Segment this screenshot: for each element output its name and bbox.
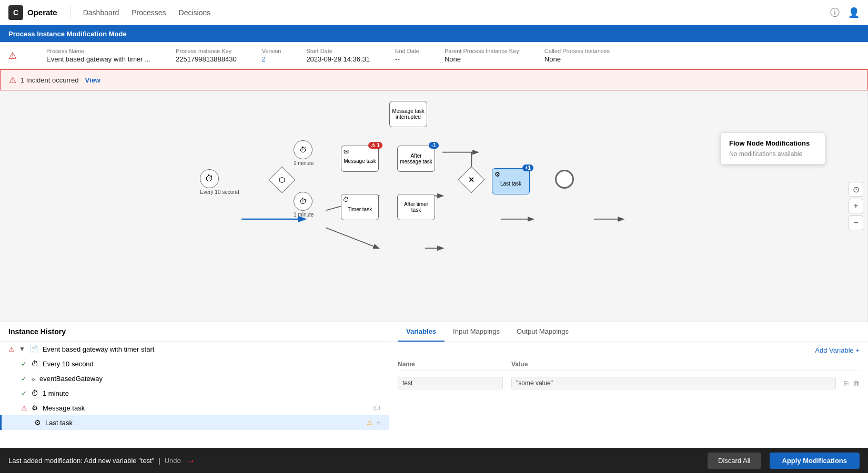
- msg-interrupted-task[interactable]: Message task interrupted: [389, 101, 427, 127]
- app-logo: C Operate: [8, 5, 57, 20]
- after-timer-task[interactable]: After timer task: [397, 194, 435, 220]
- zoom-out-button[interactable]: −: [849, 215, 863, 230]
- history-check-icon-every10: ✓: [21, 360, 27, 368]
- col-header-name: Name: [398, 361, 503, 368]
- history-lasttask-warning-icon: ⚠: [367, 418, 373, 427]
- history-error-icon-msgtask: ⚠: [21, 404, 27, 412]
- history-item-msgtask[interactable]: ⚠ ⚙ Message task 🏷: [0, 400, 389, 415]
- history-check-icon-gateway: ✓: [21, 375, 27, 383]
- variable-name-test: test: [398, 377, 503, 389]
- process-name-label: Process Name: [46, 48, 150, 54]
- user-icon[interactable]: 👤: [848, 7, 860, 18]
- x-gateway[interactable]: ✕: [462, 170, 481, 189]
- history-gateway-icon: ⬦: [31, 374, 35, 383]
- undo-button[interactable]: Undo: [165, 457, 181, 465]
- after-message-task[interactable]: After message task -1: [397, 146, 435, 172]
- bottom-bar-separator: |: [158, 457, 160, 465]
- instance-history-title: Instance History: [0, 322, 389, 342]
- process-parent-value: None: [445, 55, 519, 63]
- zoom-fit-button[interactable]: ⊙: [849, 182, 863, 197]
- timer-1min-upper-label: 1 minute: [294, 160, 314, 166]
- add-variable-button[interactable]: Add Variable +: [815, 346, 860, 354]
- variable-value-test: "some value": [511, 377, 836, 389]
- history-1min-label: 1 minute: [43, 389, 69, 397]
- history-item-root[interactable]: ⚠ ▼ 📄 Event based gateway with timer sta…: [0, 342, 389, 356]
- every10-label: Every 10 second: [200, 189, 239, 195]
- flow-popup-subtitle: No modifications available: [729, 150, 816, 158]
- process-end-value: --: [395, 55, 419, 63]
- last-task-label: Last task: [500, 181, 521, 187]
- nav-link-processes[interactable]: Processes: [132, 8, 166, 17]
- process-end-group: End Date --: [395, 48, 419, 63]
- incident-text: 1 Incident occurred: [21, 76, 79, 84]
- history-item-gateway[interactable]: ✓ ⬦ eventBasedGateway: [0, 371, 389, 386]
- process-parent-group: Parent Process Instance Key None: [445, 48, 519, 63]
- history-item-lasttask[interactable]: ⚙ Last task ⚠ +: [0, 415, 389, 430]
- history-expand-icon[interactable]: ▼: [19, 345, 25, 353]
- timer-task[interactable]: ⏱ Timer task: [341, 194, 379, 220]
- process-key-label: Process Instance Key: [176, 48, 237, 54]
- tab-variables[interactable]: Variables: [398, 322, 445, 342]
- event-gateway[interactable]: ⬡: [272, 170, 291, 189]
- variables-table: Name Value test "some value" ⎘ 🗑: [389, 358, 868, 448]
- modification-text: Last added modification: Add new variabl…: [8, 457, 154, 465]
- history-check-icon-1min: ✓: [21, 389, 27, 397]
- history-item-1min[interactable]: ✓ ⏱ 1 minute: [0, 386, 389, 400]
- history-item-every10[interactable]: ✓ ⏱ Every 10 second: [0, 356, 389, 371]
- variables-tabs: Variables Input Mappings Output Mappings: [389, 322, 868, 342]
- msg-interrupted-label: Message task interrupted: [392, 108, 425, 120]
- timer-1min-upper[interactable]: ⏱ 1 minute: [294, 140, 314, 166]
- history-folder-icon: 📄: [29, 345, 38, 353]
- history-msgtask-tag-icon[interactable]: 🏷: [373, 404, 380, 412]
- incident-view-link[interactable]: View: [85, 76, 100, 84]
- variables-header: Add Variable +: [389, 342, 868, 358]
- history-every10-label: Every 10 second: [43, 360, 94, 368]
- history-lasttask-add-icon[interactable]: +: [376, 418, 380, 427]
- variables-panel: Variables Input Mappings Output Mappings…: [389, 322, 868, 448]
- history-msgtask-actions: 🏷: [373, 404, 380, 412]
- discard-all-button[interactable]: Discard All: [708, 453, 761, 469]
- timer-1min-lower[interactable]: ⏱ 1 minute: [294, 192, 314, 218]
- apply-modifications-button[interactable]: Apply Modifications: [770, 453, 860, 469]
- process-info-bar: ⚠ Process Name Event based gateway with …: [0, 42, 868, 69]
- process-start-label: Start Date: [306, 48, 370, 54]
- bpmn-canvas[interactable]: ⏱ Every 10 second ⬡ ⏱ 1 minute ✉ Message…: [0, 90, 868, 322]
- tab-input-mappings[interactable]: Input Mappings: [445, 322, 508, 342]
- copy-variable-icon[interactable]: ⎘: [844, 379, 849, 387]
- tab-output-mappings[interactable]: Output Mappings: [508, 322, 577, 342]
- message-task-badge-red: ⚠ 1: [368, 142, 382, 149]
- bottom-area: Instance History ⚠ ▼ 📄 Event based gatew…: [0, 322, 868, 448]
- history-gateway-label: eventBasedGateway: [39, 375, 103, 383]
- process-called-label: Called Process Instances: [544, 48, 610, 54]
- last-task-badge: +1: [522, 164, 533, 171]
- variable-actions-test: ⎘ 🗑: [844, 379, 860, 387]
- nav-divider: [70, 6, 70, 19]
- after-timer-label: After timer task: [400, 201, 432, 213]
- nav-link-decisions[interactable]: Decisions: [179, 8, 211, 17]
- process-start-value: 2023-09-29 14:36:31: [306, 55, 370, 63]
- variables-column-headers: Name Value: [398, 358, 860, 371]
- nav-link-dashboard[interactable]: Dashboard: [83, 8, 119, 17]
- process-parent-label: Parent Process Instance Key: [445, 48, 519, 54]
- modification-mode-label: Process Instance Modification Mode: [8, 30, 127, 38]
- history-lasttask-label: Last task: [45, 419, 73, 427]
- last-task-node[interactable]: ⚙ Last task +1: [492, 168, 530, 194]
- zoom-in-button[interactable]: +: [849, 199, 863, 213]
- zoom-controls: ⊙ + −: [849, 182, 863, 230]
- delete-variable-icon[interactable]: 🗑: [853, 379, 860, 387]
- end-event: [555, 170, 574, 189]
- message-task[interactable]: ✉ Message task ⚠ 1: [341, 146, 379, 172]
- process-version-value[interactable]: 2: [262, 55, 281, 63]
- incident-icon: ⚠: [9, 75, 16, 85]
- timer-1min-lower-label: 1 minute: [294, 212, 314, 218]
- history-gear-icon-msgtask: ⚙: [32, 404, 38, 412]
- history-lasttask-actions: ⚠ +: [367, 418, 380, 427]
- app-name: Operate: [27, 8, 57, 17]
- process-called-value: None: [544, 55, 610, 63]
- modification-mode-banner: Process Instance Modification Mode: [0, 25, 868, 42]
- history-gear-icon-lasttask: ⚙: [34, 418, 41, 427]
- every10-event[interactable]: ⏱ Every 10 second: [200, 169, 239, 195]
- process-version-label: Version: [262, 48, 281, 54]
- help-icon[interactable]: ⓘ: [830, 6, 840, 19]
- after-message-badge: -1: [429, 142, 439, 149]
